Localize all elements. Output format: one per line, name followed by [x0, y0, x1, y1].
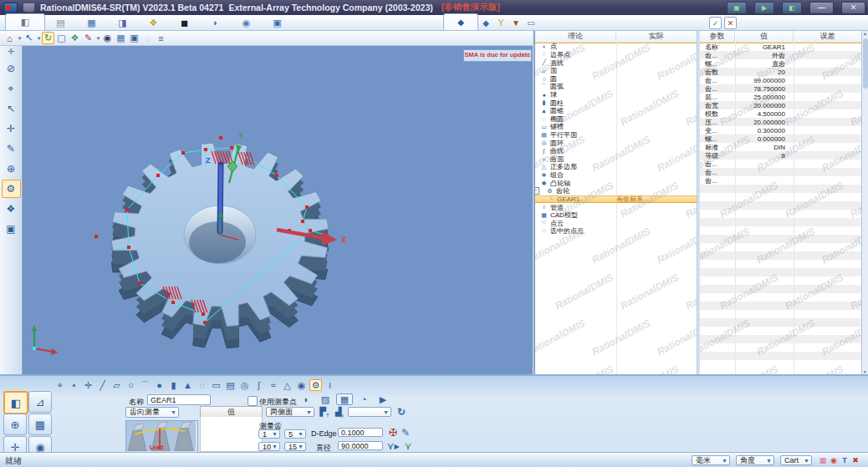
tooth-select-2[interactable]: 5▼: [284, 429, 306, 439]
filter-funnel-icon[interactable]: ▼: [508, 15, 523, 30]
probe-edit-button[interactable]: ✎: [2, 140, 21, 158]
flank-dropdown[interactable]: 两侧面▼: [266, 407, 314, 417]
param-row[interactable]: 等级8: [700, 151, 861, 160]
angle-dropdown[interactable]: 角度▼: [736, 455, 774, 465]
feature-pipe-icon[interactable]: ≀: [324, 379, 336, 391]
clean-button[interactable]: ≡: [155, 32, 167, 44]
sma-update-badge[interactable]: SMA is due for update: [463, 49, 532, 62]
panel-close-icon[interactable]: ✕: [724, 17, 737, 29]
feature-parallel-planes-icon[interactable]: ▤: [224, 379, 237, 391]
prism-view-button[interactable]: ❖: [69, 32, 81, 44]
feature-torus-icon[interactable]: ◎: [238, 379, 251, 391]
params-scrollbar[interactable]: ▲ ▼: [861, 31, 868, 374]
tree-header-theory[interactable]: 理论: [535, 31, 616, 42]
param-row[interactable]: 压...20.000000: [700, 118, 861, 126]
mode-fixture-button[interactable]: ▦: [28, 414, 52, 435]
tree-item-plane[interactable]: ▱面: [535, 67, 697, 75]
param-row[interactable]: 齿...: [700, 176, 861, 185]
param-row[interactable]: 齿...: [700, 160, 861, 168]
home-button-caret[interactable]: ▾: [17, 35, 23, 42]
feature-line-icon[interactable]: ╱: [96, 379, 109, 391]
dedge-edit-icon[interactable]: ✎: [399, 427, 412, 439]
param-header-name[interactable]: 参数: [700, 31, 735, 42]
select-cursor-button[interactable]: ↖: [23, 32, 35, 44]
feature-arc-icon[interactable]: ⌒: [139, 379, 151, 391]
param-row[interactable]: 螺...0.000000: [700, 135, 861, 143]
probe-goto-button[interactable]: ⌖: [2, 79, 21, 98]
status-lamp-icon[interactable]: ◉: [829, 455, 839, 465]
machine-tool-icon-3[interactable]: ◧: [782, 2, 802, 14]
diameter-out-icon[interactable]: ⋎▸: [386, 440, 400, 452]
machine-tool-icon-2[interactable]: ▶: [754, 2, 774, 14]
tab-disc[interactable]: ◉: [231, 15, 262, 30]
tab-protect[interactable]: ◗: [200, 15, 231, 30]
tab-window[interactable]: ▦: [76, 15, 107, 30]
param-row[interactable]: 齿...外齿: [700, 51, 861, 59]
probe-calibrate-button[interactable]: ⚙: [2, 180, 21, 198]
feature-gear-icon[interactable]: ⚙: [309, 379, 322, 391]
tree-header-actual[interactable]: 实际: [616, 31, 697, 42]
coordsys-dropdown[interactable]: Cart▼: [780, 455, 812, 465]
view-arc-icon[interactable]: ◔: [355, 393, 372, 405]
param-header-value[interactable]: 值: [735, 31, 794, 42]
dedge-point-icon[interactable]: ✠: [386, 427, 400, 439]
diameter-input[interactable]: [338, 441, 383, 450]
angle-combo[interactable]: ▼: [348, 407, 391, 417]
refresh-icon[interactable]: ↻: [395, 406, 408, 418]
feature-slot-icon[interactable]: ▭: [210, 379, 222, 391]
axis-pen-button[interactable]: ✎: [82, 32, 94, 44]
flank-top-icon[interactable]: ▛T: [318, 407, 331, 418]
tab-graphics[interactable]: ❖: [138, 15, 169, 30]
feature-camshaft-icon[interactable]: ◉: [295, 379, 308, 391]
axis-pen-button-caret[interactable]: ▾: [95, 35, 101, 42]
tree-item-arc[interactable]: ⌒圆弧: [535, 83, 697, 91]
feature-point-icon[interactable]: •: [68, 379, 80, 391]
param-row[interactable]: 齿...78.750000: [700, 84, 861, 93]
tree-item-selected-point-cloud[interactable]: ∷选中的点云: [535, 227, 697, 236]
eye-view-button[interactable]: ◉: [101, 32, 114, 44]
tooth-select-3[interactable]: 10▼: [258, 442, 280, 451]
probe-move-button[interactable]: ✛: [2, 119, 21, 138]
feature-circle-icon[interactable]: ○: [125, 379, 137, 391]
filter-sphere-icon[interactable]: ◆: [478, 15, 493, 30]
tree-expander-icon[interactable]: −: [534, 187, 539, 195]
param-row[interactable]: 变...0.300000: [700, 126, 861, 135]
value-table-body[interactable]: [200, 417, 263, 452]
home-button[interactable]: ⌂: [3, 32, 16, 44]
param-header-error[interactable]: 误差: [794, 31, 861, 42]
use-points-checkbox[interactable]: [248, 396, 258, 406]
rotate-view-button[interactable]: ↻: [42, 32, 54, 44]
param-row[interactable]: 齿数20: [700, 68, 861, 76]
viewport-3d[interactable]: ZYX: [23, 46, 533, 374]
select-cursor-button-caret[interactable]: ▾: [36, 35, 42, 42]
feature-curve-icon[interactable]: ∫: [253, 379, 265, 391]
probe-disable-button[interactable]: ⊘: [2, 59, 21, 78]
feature-surface-icon[interactable]: ≈: [267, 379, 279, 391]
view-grid-icon[interactable]: ▦: [336, 393, 353, 405]
scroll-up-icon[interactable]: ▲: [863, 31, 867, 36]
zoom-window-button[interactable]: ▢: [55, 32, 68, 44]
screen-icon[interactable]: ▭: [523, 15, 539, 30]
mode-probe-button[interactable]: ⊕: [3, 414, 27, 435]
panel-check-icon[interactable]: ✓: [709, 17, 722, 29]
probe-data-button[interactable]: ▣: [2, 220, 21, 238]
flank-bottom-icon[interactable]: ▟y: [333, 407, 346, 418]
tooth-select-4[interactable]: 15▼: [284, 442, 306, 451]
pin-icon[interactable]: ✛: [8, 47, 14, 57]
tab-feature-cube[interactable]: ◆: [443, 13, 478, 30]
units-dropdown[interactable]: 毫米▼: [692, 455, 730, 465]
tree-item-line[interactable]: ╱直线: [535, 58, 697, 67]
param-row[interactable]: 装...25.000000: [700, 93, 861, 101]
param-row[interactable]: 标准DIN: [700, 143, 861, 151]
feature-sphere-icon[interactable]: ●: [153, 379, 166, 391]
probe-tip-button[interactable]: ⊕: [2, 160, 21, 178]
gear-3d-scene[interactable]: ZYX: [23, 46, 533, 374]
status-link-icon[interactable]: ✖: [850, 455, 860, 465]
probe-group-button[interactable]: ❖: [2, 200, 21, 218]
param-row[interactable]: 名称GEAR1: [700, 43, 861, 51]
feature-plane-icon[interactable]: ▱: [110, 379, 123, 391]
close-button[interactable]: ✕: [841, 2, 865, 14]
feature-polygon-icon[interactable]: △: [281, 379, 294, 391]
name-input[interactable]: [147, 394, 211, 405]
probe-select-button[interactable]: ↖: [2, 99, 21, 118]
